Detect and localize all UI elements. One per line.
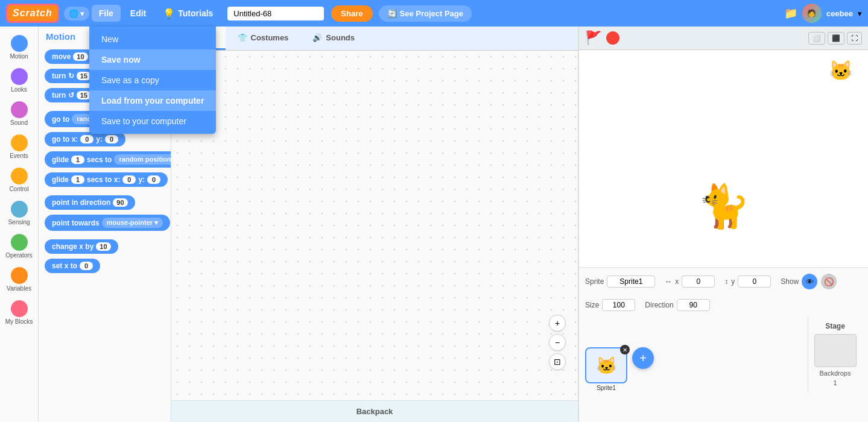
zoom-in-button[interactable]: + bbox=[549, 315, 566, 332]
zoom-controls: + − ⊡ bbox=[549, 315, 566, 370]
y-label: y bbox=[731, 277, 735, 286]
sidebar-item-operators[interactable]: Operators bbox=[2, 230, 36, 262]
sprite-y-field: ↕ y bbox=[724, 276, 771, 288]
globe-icon: 🌐 bbox=[69, 9, 78, 18]
edit-menu-button[interactable]: Edit bbox=[123, 5, 153, 22]
stop-button[interactable] bbox=[606, 31, 619, 45]
sprite-show-field: Show 👁 🚫 bbox=[781, 274, 837, 289]
sidebar-item-events[interactable]: Events bbox=[2, 131, 36, 163]
myblocks-label: My Blocks bbox=[5, 318, 33, 325]
tab-costumes[interactable]: 👕 Costumes bbox=[226, 27, 301, 50]
tutorials-button[interactable]: 💡 Tutorials bbox=[156, 4, 220, 23]
file-menu-new[interactable]: New bbox=[89, 29, 216, 49]
sidebar-item-motion[interactable]: Motion bbox=[2, 31, 36, 63]
sprite-y-input[interactable] bbox=[738, 276, 771, 288]
sprite-item-1[interactable]: 🐱 ✕ Sprite1 bbox=[585, 347, 627, 391]
nav-right: 📁 🧑 ceebee ▾ bbox=[784, 4, 862, 23]
tutorials-label: Tutorials bbox=[178, 8, 213, 18]
sprite-info: Sprite ↔ x ↕ y Show 👁 🚫 bbox=[585, 274, 862, 311]
sprite-thumb-1[interactable]: 🐱 ✕ bbox=[585, 347, 627, 383]
sprite-direction-input[interactable] bbox=[677, 299, 710, 311]
refresh-icon: 🔄 bbox=[387, 9, 397, 18]
block-change-x[interactable]: change x by 10 bbox=[45, 239, 118, 254]
sidebar-item-variables[interactable]: Variables bbox=[2, 263, 36, 295]
avatar[interactable]: 🧑 bbox=[802, 4, 822, 23]
sprite-x-input[interactable] bbox=[682, 276, 715, 288]
folder-icon[interactable]: 📁 bbox=[784, 7, 797, 20]
stage-controls: 🚩 bbox=[585, 30, 619, 46]
category-sidebar: Motion Looks Sound Events Control Sensin… bbox=[0, 27, 39, 422]
sprite-1-icon: 🐱 bbox=[596, 356, 617, 376]
file-menu-load[interactable]: Load from your computer bbox=[89, 90, 216, 111]
file-menu-button[interactable]: File bbox=[92, 5, 121, 22]
block-point-direction[interactable]: point in direction 90 bbox=[45, 195, 135, 210]
script-content-area[interactable]: + − ⊡ bbox=[171, 51, 578, 400]
sound-label: Sound bbox=[10, 119, 28, 126]
sprite-size-field: Size bbox=[585, 299, 635, 311]
username-label[interactable]: ceebee bbox=[826, 9, 853, 18]
add-sprite-button[interactable]: + bbox=[632, 347, 654, 369]
block-point-towards[interactable]: point towards mouse-pointer ▾ bbox=[45, 215, 170, 231]
lightbulb-icon: 💡 bbox=[163, 8, 175, 19]
layout-fullscreen-button[interactable]: ⛶ bbox=[847, 32, 862, 45]
sprite-name-input[interactable] bbox=[607, 276, 655, 288]
stage-header: 🚩 ⬜ ⬛ ⛶ bbox=[579, 27, 868, 50]
avatar-image: 🧑 bbox=[807, 9, 816, 17]
direction-label: Direction bbox=[645, 301, 673, 309]
motion-label: Motion bbox=[10, 53, 28, 60]
stage-layout-buttons: ⬜ ⬛ ⛶ bbox=[808, 32, 862, 45]
tab-sounds[interactable]: 🔊 Sounds bbox=[300, 27, 367, 50]
events-label: Events bbox=[10, 153, 28, 159]
file-menu-save-copy[interactable]: Save as a copy bbox=[89, 70, 216, 90]
x-label: x bbox=[675, 277, 679, 286]
sidebar-item-sensing[interactable]: Sensing bbox=[2, 197, 36, 229]
stage-section: Stage Backdrops 1 bbox=[808, 317, 862, 391]
project-title-input[interactable] bbox=[227, 7, 324, 20]
sensing-label: Sensing bbox=[8, 219, 30, 225]
stage-canvas: 🐱 🐈 bbox=[579, 50, 868, 267]
sprite-size-input[interactable] bbox=[602, 299, 635, 311]
show-hidden-button[interactable]: 🚫 bbox=[821, 274, 837, 289]
variables-dot bbox=[11, 267, 28, 284]
size-label: Size bbox=[585, 301, 599, 309]
block-set-x[interactable]: set x to 0 bbox=[45, 259, 100, 273]
show-visible-button[interactable]: 👁 bbox=[802, 274, 817, 289]
block-glide1[interactable]: glide 1 secs to random position ▾ bbox=[45, 151, 171, 168]
sidebar-item-sound[interactable]: Sound bbox=[2, 98, 36, 130]
layout-medium-button[interactable]: ⬛ bbox=[828, 32, 844, 45]
username-chevron[interactable]: ▾ bbox=[858, 9, 862, 18]
sensing-dot bbox=[11, 201, 28, 218]
looks-dot bbox=[11, 68, 28, 85]
green-flag-button[interactable]: 🚩 bbox=[585, 30, 601, 46]
block-goto-xy[interactable]: go to x: 0 y: 0 bbox=[45, 132, 125, 146]
file-menu-save-to-computer[interactable]: Save to your computer bbox=[89, 111, 216, 131]
zoom-fit-button[interactable]: ⊡ bbox=[549, 353, 566, 370]
backpack-bar[interactable]: Backpack bbox=[171, 400, 578, 422]
show-label: Show bbox=[781, 277, 799, 286]
layout-small-button[interactable]: ⬜ bbox=[808, 32, 825, 45]
language-button[interactable]: 🌐 ▾ bbox=[64, 7, 89, 20]
file-menu-save-now[interactable]: Save now bbox=[89, 49, 216, 70]
costumes-icon: 👕 bbox=[238, 33, 247, 42]
scratch-logo[interactable]: Scratch bbox=[6, 4, 59, 23]
see-project-button[interactable]: 🔄 See Project Page bbox=[379, 5, 472, 22]
zoom-out-button[interactable]: − bbox=[549, 334, 566, 351]
control-label: Control bbox=[9, 186, 28, 192]
sprite-name-label: Sprite bbox=[585, 277, 604, 286]
sidebar-item-looks[interactable]: Looks bbox=[2, 65, 36, 96]
show-icons: 👁 🚫 bbox=[802, 274, 837, 289]
sprite-panel: Sprite ↔ x ↕ y Show 👁 🚫 bbox=[579, 267, 868, 397]
arrows-y-icon: ↕ bbox=[724, 277, 728, 286]
stage-backdrop-thumb[interactable] bbox=[814, 334, 857, 367]
sprite-thumb-label-1: Sprite1 bbox=[597, 385, 616, 391]
backdrops-label: Backdrops bbox=[820, 370, 851, 377]
sprite-delete-button[interactable]: ✕ bbox=[620, 345, 630, 354]
backpack-label: Backpack bbox=[356, 407, 393, 416]
sidebar-item-myblocks[interactable]: My Blocks bbox=[2, 297, 36, 329]
share-button[interactable]: Share bbox=[331, 5, 372, 22]
sidebar-item-control[interactable]: Control bbox=[2, 164, 36, 196]
sound-dot bbox=[11, 101, 28, 118]
block-glide2[interactable]: glide 1 secs to x: 0 y: 0 bbox=[45, 172, 168, 187]
stage-section-label: Stage bbox=[825, 322, 845, 330]
cat-sprite-main: 🐈 bbox=[697, 181, 750, 231]
